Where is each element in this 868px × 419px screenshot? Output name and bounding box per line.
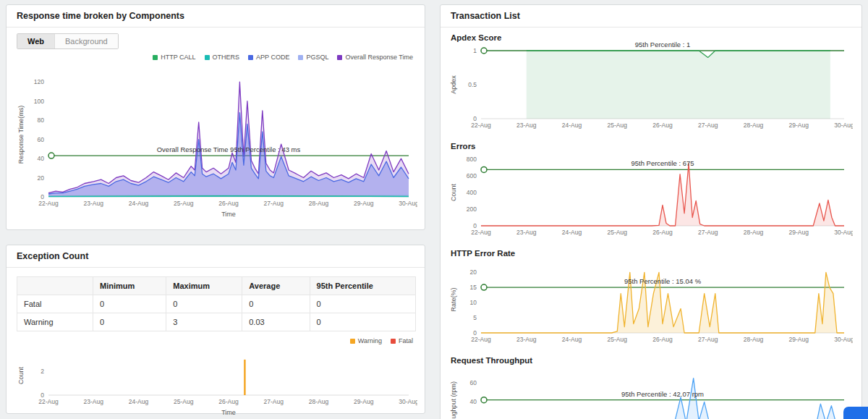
- row-label: Fatal: [17, 295, 93, 313]
- legend-app-code[interactable]: APP CODE: [248, 54, 289, 61]
- cell: 0.03: [242, 313, 310, 331]
- svg-text:600: 600: [467, 172, 477, 179]
- row-label: Warning: [17, 313, 93, 331]
- legend-http-call[interactable]: HTTP CALL: [153, 54, 195, 61]
- tab-background[interactable]: Background: [54, 34, 118, 48]
- http-error-rate-chart[interactable]: 0510152022-Aug23-Aug24-Aug25-Aug26-Aug27…: [448, 256, 854, 350]
- panel-title: Response time broken by Components: [7, 5, 425, 27]
- svg-text:800: 800: [467, 156, 477, 163]
- exception-legend: Warning Fatal: [7, 334, 425, 346]
- svg-text:22-Aug: 22-Aug: [38, 200, 59, 207]
- svg-text:28-Aug: 28-Aug: [309, 398, 329, 405]
- table-header-cell: Maximum: [166, 277, 242, 295]
- svg-text:80: 80: [38, 117, 45, 124]
- legend-swatch: [298, 55, 303, 60]
- svg-text:28-Aug: 28-Aug: [744, 122, 764, 129]
- svg-text:27-Aug: 27-Aug: [698, 229, 718, 236]
- svg-text:95th Percentile : 1: 95th Percentile : 1: [635, 41, 691, 48]
- request-throughput-chart[interactable]: 020406022-Aug23-Aug24-Aug25-Aug26-Aug27-…: [448, 363, 854, 419]
- svg-text:25-Aug: 25-Aug: [608, 122, 628, 129]
- section-title-request-throughput: Request Throughput: [441, 350, 861, 363]
- cell: 0: [242, 295, 310, 313]
- svg-text:22-Aug: 22-Aug: [38, 398, 59, 405]
- cell: 0: [93, 313, 166, 331]
- table-header-cell: Minimum: [93, 277, 166, 295]
- svg-text:95th Percentile : 42.07 rpm: 95th Percentile : 42.07 rpm: [621, 390, 704, 398]
- svg-text:Time: Time: [221, 211, 236, 218]
- svg-text:30-Aug: 30-Aug: [834, 336, 853, 343]
- section-title-errors: Errors: [441, 136, 861, 149]
- response-components-chart[interactable]: 02040608010012022-Aug23-Aug24-Aug25-Aug2…: [15, 62, 416, 223]
- cell: 0: [93, 295, 166, 313]
- svg-text:Response Time(ms): Response Time(ms): [17, 106, 25, 164]
- panel-title: Transaction List: [441, 5, 861, 27]
- svg-text:Count: Count: [17, 367, 25, 385]
- legend-swatch: [337, 55, 342, 60]
- svg-text:29-Aug: 29-Aug: [789, 336, 809, 343]
- svg-text:22-Aug: 22-Aug: [471, 229, 491, 236]
- svg-text:27-Aug: 27-Aug: [264, 398, 284, 405]
- legend-fatal[interactable]: Fatal: [391, 337, 413, 344]
- response-components-panel: Response time broken by Components Web B…: [6, 4, 425, 230]
- svg-text:95th Percentile : 15.04 %: 95th Percentile : 15.04 %: [624, 277, 702, 285]
- svg-text:24-Aug: 24-Aug: [562, 229, 582, 236]
- legend-swatch: [350, 339, 355, 344]
- svg-text:26-Aug: 26-Aug: [652, 336, 673, 343]
- svg-text:5: 5: [473, 314, 477, 321]
- svg-text:Time: Time: [221, 409, 236, 416]
- cell: 0: [310, 313, 415, 331]
- help-button[interactable]: [843, 407, 868, 419]
- svg-text:15: 15: [470, 284, 477, 291]
- svg-text:Apdex: Apdex: [450, 75, 457, 94]
- svg-text:26-Aug: 26-Aug: [218, 398, 239, 405]
- tab-web[interactable]: Web: [17, 34, 54, 48]
- table-header-row: Minimum Maximum Average 95th Percentile: [17, 277, 416, 295]
- cell: 3: [166, 313, 242, 331]
- svg-text:100: 100: [34, 98, 44, 105]
- table-header-cell: [17, 277, 93, 295]
- svg-text:22-Aug: 22-Aug: [471, 336, 491, 343]
- svg-text:25-Aug: 25-Aug: [174, 200, 194, 207]
- svg-text:25-Aug: 25-Aug: [608, 336, 628, 343]
- svg-text:26-Aug: 26-Aug: [652, 229, 673, 236]
- svg-text:22-Aug: 22-Aug: [471, 122, 491, 129]
- errors-chart[interactable]: 020040060080022-Aug23-Aug24-Aug25-Aug26-…: [448, 149, 854, 243]
- svg-text:40: 40: [38, 155, 45, 162]
- svg-text:26-Aug: 26-Aug: [218, 200, 239, 207]
- table-row: Fatal 0 0 0 0: [17, 295, 416, 313]
- legend-pgsql[interactable]: PGSQL: [298, 54, 328, 61]
- svg-text:23-Aug: 23-Aug: [516, 229, 537, 236]
- svg-text:29-Aug: 29-Aug: [354, 398, 374, 405]
- svg-text:24-Aug: 24-Aug: [129, 200, 149, 207]
- svg-text:60: 60: [470, 379, 477, 386]
- svg-text:23-Aug: 23-Aug: [516, 336, 537, 343]
- panel-title: Exception Count: [7, 245, 425, 268]
- svg-text:28-Aug: 28-Aug: [744, 229, 764, 236]
- exception-count-chart[interactable]: 0222-Aug23-Aug24-Aug25-Aug26-Aug27-Aug28…: [15, 346, 416, 419]
- svg-text:27-Aug: 27-Aug: [698, 122, 718, 129]
- legend-others[interactable]: OTHERS: [205, 54, 240, 61]
- table-header-cell: Average: [242, 277, 310, 295]
- svg-text:25-Aug: 25-Aug: [174, 398, 194, 405]
- svg-text:30-Aug: 30-Aug: [399, 200, 417, 207]
- svg-text:Throughput (rpm): Throughput (rpm): [450, 381, 457, 419]
- svg-text:200: 200: [467, 206, 477, 213]
- svg-text:0.5: 0.5: [468, 81, 477, 88]
- svg-text:23-Aug: 23-Aug: [84, 200, 104, 207]
- svg-text:40: 40: [470, 398, 477, 405]
- legend-warning[interactable]: Warning: [350, 337, 382, 344]
- svg-text:20: 20: [470, 268, 477, 276]
- svg-text:25-Aug: 25-Aug: [608, 229, 628, 236]
- svg-text:23-Aug: 23-Aug: [84, 398, 104, 405]
- svg-text:29-Aug: 29-Aug: [789, 229, 809, 236]
- svg-text:28-Aug: 28-Aug: [744, 336, 764, 343]
- legend-overall-response-time[interactable]: Overall Response Time: [337, 54, 413, 61]
- svg-text:30-Aug: 30-Aug: [399, 398, 417, 405]
- svg-text:30-Aug: 30-Aug: [834, 122, 853, 129]
- svg-text:1: 1: [473, 47, 477, 54]
- web-background-tabs: Web Background: [17, 33, 119, 49]
- svg-text:29-Aug: 29-Aug: [354, 200, 374, 207]
- apdex-chart[interactable]: 00.5122-Aug23-Aug24-Aug25-Aug26-Aug27-Au…: [448, 41, 854, 136]
- svg-text:10: 10: [470, 299, 477, 306]
- svg-text:Rate(%): Rate(%): [450, 287, 457, 311]
